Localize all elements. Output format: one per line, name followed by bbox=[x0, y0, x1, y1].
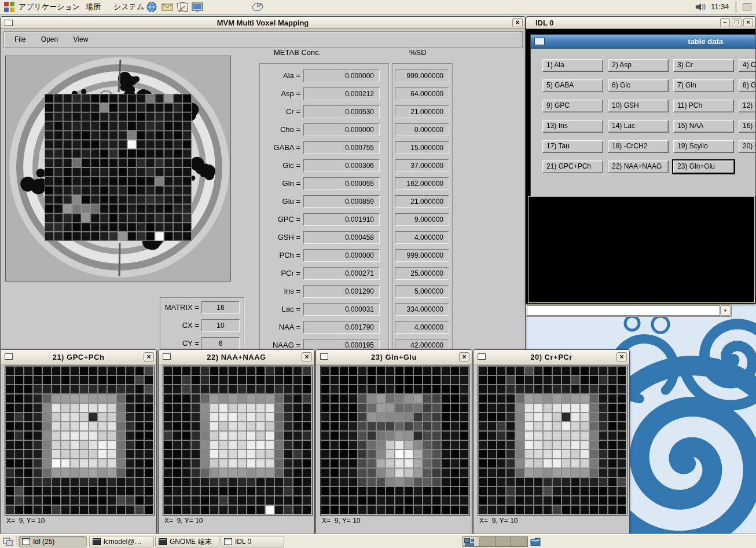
metab-sd-field[interactable]: 999.000000 bbox=[395, 70, 449, 82]
metabolite-button[interactable]: 2) Asp bbox=[608, 59, 669, 72]
workspace-1[interactable] bbox=[463, 537, 479, 546]
metab-sd-field[interactable]: 25.000000 bbox=[395, 267, 449, 280]
metab-sd-field[interactable]: 5.000000 bbox=[395, 285, 449, 298]
map-canvas-gln-glu[interactable] bbox=[320, 366, 470, 516]
map-titlebar[interactable]: 23) Gln+Glu × bbox=[316, 350, 472, 364]
taskbar-button[interactable]: Idl (25) bbox=[19, 536, 87, 547]
metab-conc-field[interactable]: 0.000055 bbox=[303, 177, 380, 190]
workspace-2[interactable] bbox=[479, 537, 496, 546]
metab-conc-field[interactable]: 0.000458 bbox=[303, 231, 380, 244]
close-icon[interactable]: × bbox=[459, 352, 469, 361]
metab-sd-field[interactable]: 21.000000 bbox=[395, 105, 449, 118]
metab-conc-field[interactable]: 0.000000 bbox=[303, 123, 380, 136]
trash-folder-icon[interactable] bbox=[529, 536, 542, 547]
show-desktop-icon[interactable] bbox=[2, 536, 14, 547]
window-menu-icon[interactable] bbox=[534, 38, 545, 45]
workspace-switcher[interactable] bbox=[463, 536, 528, 547]
close-icon[interactable]: × bbox=[616, 352, 627, 361]
metab-conc-field[interactable]: 0.000755 bbox=[303, 141, 380, 154]
matrix-field[interactable]: 16 bbox=[201, 301, 240, 314]
metab-sd-field[interactable]: 999.000000 bbox=[395, 249, 449, 262]
idl-console-output[interactable] bbox=[528, 196, 755, 303]
metabolite-button[interactable]: 21) GPC+PCh bbox=[542, 160, 603, 173]
panel-grip[interactable] bbox=[735, 2, 737, 12]
documents-icon[interactable] bbox=[176, 1, 189, 13]
metabolite-button[interactable]: 1) Ala bbox=[542, 59, 603, 72]
map-titlebar[interactable]: 20) Cr+PCr × bbox=[474, 350, 629, 364]
map-titlebar[interactable]: 21) GPC+PCh × bbox=[1, 350, 156, 364]
volume-icon[interactable] bbox=[695, 1, 707, 13]
metabolite-button[interactable]: 10) GSH bbox=[608, 100, 669, 112]
metab-conc-field[interactable]: 0.001910 bbox=[303, 213, 380, 226]
mvm-titlebar[interactable]: MVM Multi Voxel Mapping × bbox=[1, 17, 525, 29]
map-canvas-cr-pcr[interactable] bbox=[478, 366, 627, 516]
idl-command-input[interactable] bbox=[527, 305, 720, 316]
metab-conc-field[interactable]: 0.000859 bbox=[303, 195, 380, 208]
map-canvas-naa-naag[interactable] bbox=[163, 366, 313, 516]
metab-conc-field[interactable]: 0.000212 bbox=[303, 87, 380, 100]
dropdown-icon[interactable]: ▼ bbox=[720, 305, 731, 316]
metabolite-button[interactable]: 22) NAA+NAAG bbox=[608, 160, 669, 173]
metab-conc-field[interactable]: 0.000000 bbox=[303, 70, 380, 82]
metab-conc-field[interactable]: 0.001290 bbox=[303, 285, 380, 298]
idl-launcher-icon[interactable] bbox=[251, 1, 264, 13]
menu-file[interactable]: File bbox=[12, 32, 28, 48]
metab-conc-field[interactable]: 0.001790 bbox=[303, 321, 380, 334]
metabolite-button[interactable]: 12) P bbox=[739, 100, 756, 112]
metabolite-button[interactable]: 11) PCh bbox=[673, 100, 734, 112]
map-canvas-gpc-pch[interactable] bbox=[5, 366, 155, 516]
window-menu-icon[interactable] bbox=[320, 353, 328, 360]
metabolite-button[interactable]: 9) GPC bbox=[542, 100, 603, 112]
brain-mri-canvas[interactable] bbox=[6, 56, 230, 281]
close-icon[interactable]: × bbox=[743, 18, 753, 27]
idl-titlebar[interactable]: IDL 0 – □ × bbox=[526, 17, 755, 29]
cx-field[interactable]: 10 bbox=[201, 319, 240, 332]
metab-sd-field[interactable]: 64.000000 bbox=[395, 87, 449, 100]
taskbar-button[interactable]: GNOME 端末 bbox=[155, 536, 219, 547]
window-menu-icon[interactable] bbox=[478, 353, 486, 360]
minimize-icon[interactable]: – bbox=[720, 18, 730, 27]
metabolite-button[interactable]: 15) NAA bbox=[673, 120, 734, 133]
taskbar-button[interactable]: IDL 0 bbox=[221, 536, 284, 547]
metab-sd-field[interactable]: 0.000000 bbox=[395, 123, 449, 136]
close-icon[interactable]: × bbox=[302, 352, 312, 361]
brain-mri-view[interactable] bbox=[5, 56, 231, 282]
metabolite-button[interactable]: 7) Gln bbox=[673, 79, 734, 92]
metab-sd-field[interactable]: 4.000000 bbox=[395, 321, 449, 334]
clock[interactable]: 11:34 bbox=[711, 0, 729, 14]
metab-conc-field[interactable]: 0.000000 bbox=[303, 249, 380, 262]
window-menu-icon[interactable] bbox=[5, 353, 13, 360]
metab-sd-field[interactable]: 15.000000 bbox=[395, 141, 449, 154]
menu-open[interactable]: Open bbox=[39, 32, 60, 48]
workspace-3[interactable] bbox=[496, 537, 512, 546]
metabolite-button[interactable]: 13) Ins bbox=[542, 120, 603, 133]
metab-sd-field[interactable]: 4.000000 bbox=[395, 231, 449, 244]
metabolite-button[interactable]: 8) Glu bbox=[739, 79, 756, 92]
metabolite-button[interactable]: 17) Tau bbox=[542, 140, 603, 153]
metab-conc-field[interactable]: 0.000271 bbox=[303, 267, 380, 280]
metabolite-button[interactable]: 4) Ch bbox=[739, 59, 756, 72]
places-menu[interactable]: 場所 bbox=[82, 0, 104, 14]
maximize-icon[interactable]: □ bbox=[732, 18, 742, 27]
metabolite-button[interactable]: 19) Scyllo bbox=[673, 140, 734, 153]
menu-view[interactable]: View bbox=[71, 32, 91, 48]
metab-sd-field[interactable]: 9.000000 bbox=[395, 213, 449, 226]
metab-sd-field[interactable]: 334.000000 bbox=[395, 303, 449, 316]
close-icon[interactable]: × bbox=[512, 18, 523, 27]
browser-icon[interactable] bbox=[146, 1, 159, 13]
email-icon[interactable] bbox=[161, 1, 174, 13]
metab-conc-field[interactable]: 0.000306 bbox=[303, 159, 380, 172]
metabolite-button[interactable]: 16) N bbox=[739, 120, 756, 133]
tray-window-icon[interactable] bbox=[743, 3, 751, 10]
taskbar-grip[interactable] bbox=[16, 536, 17, 546]
window-menu-icon[interactable] bbox=[163, 353, 171, 360]
applications-menu[interactable]: アプリケーション bbox=[15, 0, 83, 14]
metab-sd-field[interactable]: 21.000000 bbox=[395, 195, 449, 208]
close-icon[interactable]: × bbox=[144, 352, 154, 361]
table-data-titlebar[interactable]: table data bbox=[531, 35, 756, 49]
taskbar-button[interactable]: lcmodel@… bbox=[89, 536, 154, 547]
metabolite-button[interactable]: 18) -CrCH2 bbox=[608, 140, 669, 153]
metabolite-button[interactable]: 23) Gln+Glu bbox=[673, 160, 734, 173]
metabolite-button[interactable]: 6) Glc bbox=[608, 79, 669, 92]
cy-field[interactable]: 6 bbox=[201, 337, 240, 350]
